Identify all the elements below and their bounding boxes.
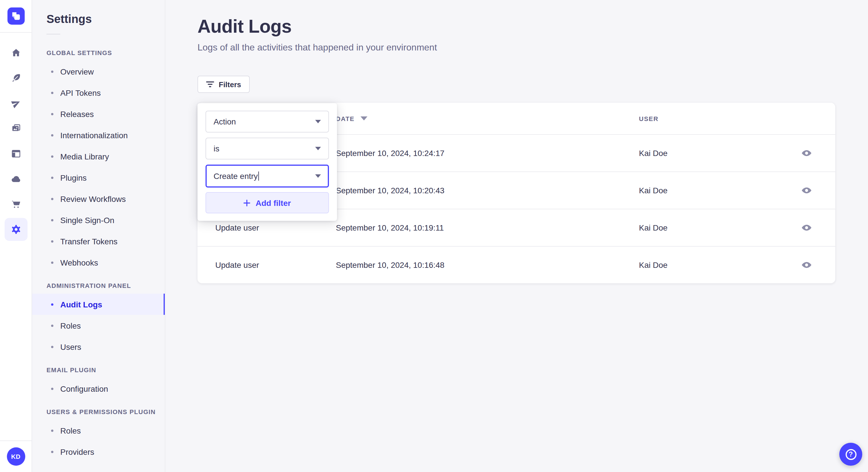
bullet-icon — [51, 345, 53, 348]
eye-icon — [801, 147, 812, 159]
help-button[interactable]: ? — [839, 443, 862, 466]
subnav-item-transfer-tokens[interactable]: Transfer Tokens — [32, 231, 165, 252]
eye-icon — [801, 222, 812, 233]
paper-plane-icon[interactable] — [4, 92, 27, 115]
app-root: KD Settings GLOBAL SETTINGS Overview API… — [0, 0, 868, 472]
subnav-item-single-sign-on[interactable]: Single Sign-On — [32, 209, 165, 231]
subnav-section: ADMINISTRATION PANEL Audit Logs Roles Us… — [32, 282, 165, 357]
subnav-section: GLOBAL SETTINGS Overview API Tokens Rele… — [32, 49, 165, 273]
subnav-item-api-tokens[interactable]: API Tokens — [32, 82, 165, 103]
filters-popover: Action is Create entry Add filter — [197, 103, 337, 221]
cell-date: September 10, 2024, 10:16:48 — [336, 260, 639, 270]
filter-value-select[interactable]: Create entry — [206, 165, 329, 188]
subnav-item-label: Releases — [60, 109, 94, 119]
subnav-item-configuration[interactable]: Configuration — [32, 378, 165, 399]
strapi-logo-icon — [7, 7, 24, 25]
subnav-item-users[interactable]: Users — [32, 336, 165, 357]
subnav-section-label: USERS & PERMISSIONS PLUGIN — [32, 408, 165, 415]
cell-actions — [798, 182, 835, 199]
subnav-item-label: Internationalization — [60, 131, 128, 140]
subnav-sections: GLOBAL SETTINGS Overview API Tokens Rele… — [32, 49, 165, 462]
chevron-down-icon — [315, 147, 321, 150]
subnav-item-label: Overview — [60, 67, 94, 76]
bullet-icon — [51, 198, 53, 200]
home-icon[interactable] — [4, 41, 27, 64]
cloud-icon[interactable] — [4, 167, 27, 191]
bullet-icon — [51, 324, 53, 327]
filter-field-select[interactable]: Action — [206, 111, 329, 133]
strapi-logo[interactable] — [0, 0, 32, 33]
bullet-icon — [51, 219, 53, 221]
subnav-item-label: Review Workflows — [60, 194, 126, 203]
main-content: Audit Logs Logs of all the activities th… — [165, 0, 868, 472]
subnav-item-roles[interactable]: Roles — [32, 420, 165, 441]
view-details-button[interactable] — [798, 256, 815, 274]
settings-gear-icon[interactable] — [4, 218, 27, 241]
column-header-date-label: DATE — [336, 115, 354, 122]
subnav-item-label: Transfer Tokens — [60, 237, 117, 246]
subnav-item-label: Users — [60, 342, 81, 351]
filter-operator-select[interactable]: is — [206, 138, 329, 160]
rail-footer: KD — [0, 440, 32, 472]
bullet-icon — [51, 240, 53, 242]
subnav-section-label: ADMINISTRATION PANEL — [32, 282, 165, 289]
sort-desc-icon[interactable] — [360, 116, 367, 121]
subnav-item-audit-logs[interactable]: Audit Logs — [32, 294, 165, 315]
bullet-icon — [51, 450, 53, 453]
subnav-item-label: Plugins — [60, 173, 87, 182]
bullet-icon — [51, 70, 53, 72]
add-filter-button[interactable]: Add filter — [206, 192, 329, 213]
plus-icon — [244, 199, 251, 206]
cell-user: Kai Doe — [639, 148, 798, 158]
view-details-button[interactable] — [798, 182, 815, 199]
subnav-section: EMAIL PLUGIN Configuration — [32, 367, 165, 399]
chevron-down-icon — [315, 174, 321, 178]
user-avatar[interactable]: KD — [7, 447, 25, 466]
subnav-item-review-workflows[interactable]: Review Workflows — [32, 188, 165, 209]
layout-icon[interactable] — [4, 142, 27, 165]
cell-action: Update user — [215, 223, 336, 232]
subnav-item-overview[interactable]: Overview — [32, 61, 165, 82]
feather-icon[interactable] — [4, 67, 27, 90]
filters-button[interactable]: Filters — [197, 76, 250, 93]
subnav-item-label: Single Sign-On — [60, 215, 114, 225]
subnav-section-label: EMAIL PLUGIN — [32, 367, 165, 373]
filter-field-value: Action — [214, 117, 236, 126]
subnav-item-label: Configuration — [60, 384, 108, 393]
table-row[interactable]: Update user September 10, 2024, 10:16:48… — [197, 246, 835, 283]
subnav-item-label: Audit Logs — [60, 300, 102, 309]
column-header-user[interactable]: USER — [639, 115, 798, 122]
eye-icon — [801, 259, 812, 271]
bullet-icon — [51, 387, 53, 390]
media-library-icon[interactable] — [4, 117, 27, 140]
subnav-item-label: Providers — [60, 447, 94, 456]
cell-actions — [798, 256, 835, 274]
subnav-item-roles[interactable]: Roles — [32, 315, 165, 336]
subnav-item-providers[interactable]: Providers — [32, 441, 165, 462]
view-details-button[interactable] — [798, 219, 815, 236]
bullet-icon — [51, 176, 53, 179]
cell-actions — [798, 219, 835, 236]
column-header-date[interactable]: DATE — [336, 115, 639, 122]
subnav-title: Settings — [32, 0, 165, 26]
cell-user: Kai Doe — [639, 223, 798, 232]
subnav-item-media-library[interactable]: Media Library — [32, 146, 165, 167]
page-subtitle: Logs of all the activities that happened… — [197, 42, 868, 53]
bullet-icon — [51, 429, 53, 432]
cell-user: Kai Doe — [639, 186, 798, 195]
cart-icon[interactable] — [4, 193, 27, 216]
subnav-item-releases[interactable]: Releases — [32, 103, 165, 125]
subnav-item-webhooks[interactable]: Webhooks — [32, 252, 165, 273]
filter-value-text: Create entry — [214, 171, 259, 181]
subnav-item-label: Roles — [60, 426, 81, 435]
chevron-down-icon — [315, 120, 321, 123]
bullet-icon — [51, 134, 53, 136]
view-details-button[interactable] — [798, 144, 815, 162]
subnav-item-plugins[interactable]: Plugins — [32, 167, 165, 188]
bullet-icon — [51, 155, 53, 158]
filter-operator-value: is — [214, 144, 219, 153]
page-title: Audit Logs — [197, 16, 868, 37]
main-nav-rail: KD — [0, 0, 32, 472]
subnav-item-internationalization[interactable]: Internationalization — [32, 125, 165, 146]
cell-action: Update user — [215, 260, 336, 270]
